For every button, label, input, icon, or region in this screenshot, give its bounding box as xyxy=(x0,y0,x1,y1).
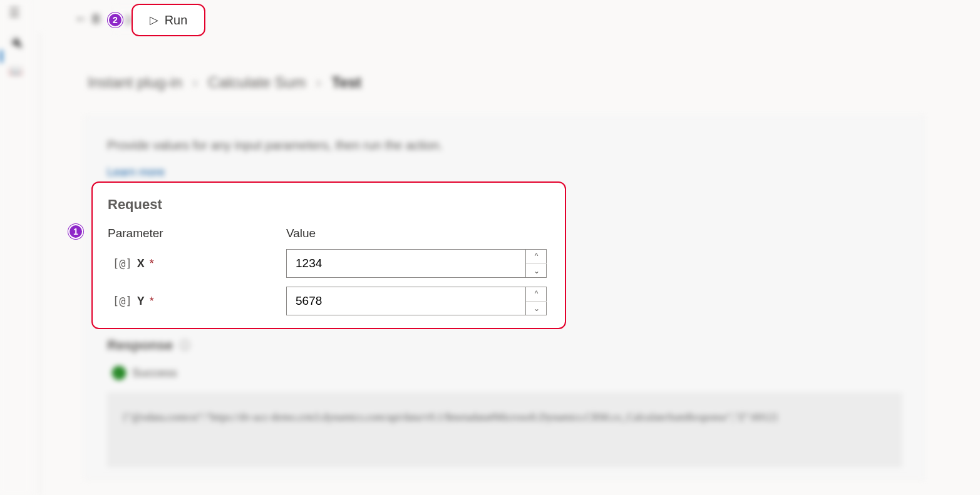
at-icon: [@] xyxy=(113,295,132,307)
column-header-parameter: Parameter xyxy=(108,227,286,240)
spinner-down-icon[interactable]: ⌄ xyxy=(526,264,547,278)
breadcrumb-item[interactable]: Instant plug-in xyxy=(88,74,182,91)
spinner-up-icon[interactable]: ^ xyxy=(526,249,547,264)
parameter-name: X xyxy=(137,257,145,270)
spinner-up-icon[interactable]: ^ xyxy=(526,287,547,302)
required-indicator: * xyxy=(150,257,154,270)
parameter-x-input[interactable] xyxy=(286,249,547,278)
breadcrumb-current: Test xyxy=(332,74,362,91)
global-nav-rail: ☰ 🔌 📖 xyxy=(0,0,30,495)
spinner-down-icon[interactable]: ⌄ xyxy=(526,302,547,316)
back-arrow-icon[interactable]: ← xyxy=(75,11,88,27)
parameter-row-x: [@] X * ^ ⌄ xyxy=(108,249,550,278)
breadcrumb: Instant plug-in › Calculate Sum › Test xyxy=(88,74,361,91)
annotation-badge-2: 2 xyxy=(108,13,123,28)
response-heading: Response ⓘ xyxy=(107,337,190,354)
back-label[interactable]: B xyxy=(92,12,100,26)
parameter-row-y: [@] Y * ^ ⌄ xyxy=(108,287,550,315)
run-button-callout[interactable]: ▷ Run xyxy=(132,4,205,36)
plugin-icon[interactable]: 🔌 xyxy=(9,35,30,49)
play-icon: ▷ xyxy=(150,13,158,27)
response-body: {"@odata.context":"https://dv-acc-demo.c… xyxy=(107,392,902,467)
chevron-right-icon: › xyxy=(316,74,321,91)
column-header-value: Value xyxy=(286,227,316,240)
parameter-name: Y xyxy=(137,295,145,308)
number-spinner: ^ ⌄ xyxy=(525,249,547,278)
info-icon[interactable]: ⓘ xyxy=(179,338,190,353)
check-circle-icon: ✓ xyxy=(112,366,126,380)
response-status: ✓ Success xyxy=(112,366,177,380)
annotation-badge-1: 1 xyxy=(68,224,83,239)
hint-text: Provide values for any input parameters,… xyxy=(107,138,443,153)
chevron-right-icon: › xyxy=(192,74,197,91)
request-heading: Request xyxy=(108,196,550,213)
request-panel-callout: Request Parameter Value [@] X * ^ ⌄ xyxy=(91,181,566,329)
learn-more-link[interactable]: Learn more xyxy=(107,166,165,179)
rail-active-indicator xyxy=(0,50,3,63)
breadcrumb-item[interactable]: Calculate Sum xyxy=(208,74,306,91)
vertical-divider xyxy=(39,33,40,495)
parameter-y-input[interactable] xyxy=(286,287,547,315)
book-icon[interactable]: 📖 xyxy=(9,64,30,78)
run-button-label: Run xyxy=(165,13,188,28)
number-spinner: ^ ⌄ xyxy=(525,287,547,315)
required-indicator: * xyxy=(150,295,154,308)
hamburger-icon[interactable]: ☰ xyxy=(9,5,30,20)
at-icon: [@] xyxy=(113,257,132,270)
